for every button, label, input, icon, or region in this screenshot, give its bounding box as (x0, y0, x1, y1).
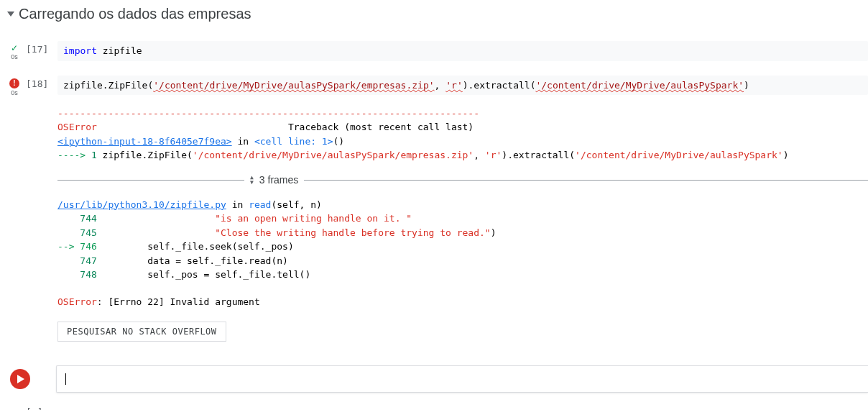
run-button[interactable] (6, 365, 34, 393)
tb-line: 744 "is an open writing handle on it. " (57, 211, 868, 226)
ipython-link[interactable]: <ipython-input-18-8f6405e7f9ea> (57, 136, 232, 147)
error-name: OSError (57, 122, 97, 132)
active-code-cell[interactable] (6, 365, 868, 393)
cell-gutter: ! 0s (3, 76, 26, 96)
final-error: OSError: [Errno 22] Invalid argument (57, 295, 868, 309)
tb-location: /usr/lib/python3.10/zipfile.py in read(s… (57, 198, 868, 212)
error-icon: ! (9, 78, 19, 88)
keyword: import (63, 45, 97, 56)
collapse-icon[interactable] (7, 12, 14, 17)
exec-time: 0s (11, 89, 18, 96)
frames-count[interactable]: 3 frames (259, 173, 298, 188)
text-cursor (65, 373, 66, 385)
empty-code-cell[interactable]: [ ] (3, 406, 868, 410)
tb-line: ----> 1 zipfile.ZipFile('/content/drive/… (57, 148, 868, 163)
string-literal: 'r' (445, 80, 462, 91)
code-text: ) (744, 80, 749, 91)
file-link[interactable]: /usr/lib/python3.10/zipfile.py (57, 199, 226, 210)
tb-line: 748 self._pos = self._file.tell() (57, 268, 868, 282)
cell-prompt: [ ] (26, 406, 42, 410)
exec-time: 0s (11, 53, 18, 60)
string-literal: '/content/drive/MyDrive/aulasPySpark' (535, 80, 744, 91)
function-name: read (249, 199, 271, 210)
code-text: , (435, 80, 446, 91)
code-input[interactable] (56, 365, 868, 393)
error-name: OSError (57, 296, 97, 307)
search-stackoverflow-button[interactable]: PESQUISAR NO STACK OVERFLOW (57, 322, 226, 342)
error-header: OSError Traceback (most recent call last… (57, 120, 868, 135)
code-cell[interactable]: ! 0s [18] zipfile.ZipFile('/content/driv… (3, 76, 868, 96)
cell-gutter: ✓ 0s (3, 41, 26, 60)
dashes: ----------------------------------------… (57, 106, 868, 121)
cell-output: ----------------------------------------… (3, 106, 868, 342)
cell-line: <cell line: 1> (254, 136, 333, 147)
tb-line: 745 "Close the writing handle before try… (57, 226, 868, 240)
cell-prompt: [17] (26, 41, 57, 55)
code-text: ).extractall( (463, 80, 536, 91)
code-cell[interactable]: ✓ 0s [17] import zipfile (3, 41, 868, 61)
code-input[interactable]: zipfile.ZipFile('/content/drive/MyDrive/… (57, 76, 868, 96)
arrow-icon: --> 746 (57, 241, 97, 252)
section-header: Carregando os dados das empresas (3, 0, 868, 27)
code-text: zipfile.ZipFile( (63, 80, 153, 91)
tb-location: <ipython-input-18-8f6405e7f9ea> in <cell… (57, 135, 868, 149)
code-text: zipfile (97, 45, 142, 56)
cell-prompt: [18] (26, 76, 57, 89)
check-icon: ✓ (11, 44, 18, 53)
string-literal: '/content/drive/MyDrive/aulasPySpark/emp… (153, 80, 434, 91)
section-title: Carregando os dados das empresas (19, 6, 251, 22)
tb-line: 747 data = self._file.read(n) (57, 254, 868, 268)
arrow-icon: ----> (57, 150, 91, 160)
play-icon (10, 369, 30, 389)
tb-line: --> 746 self._file.seek(self._pos) (57, 240, 868, 254)
expand-frames-icon[interactable]: ▲▼ (250, 175, 254, 185)
code-input[interactable]: import zipfile (57, 41, 868, 61)
frames-divider: ▲▼ 3 frames (57, 173, 868, 188)
